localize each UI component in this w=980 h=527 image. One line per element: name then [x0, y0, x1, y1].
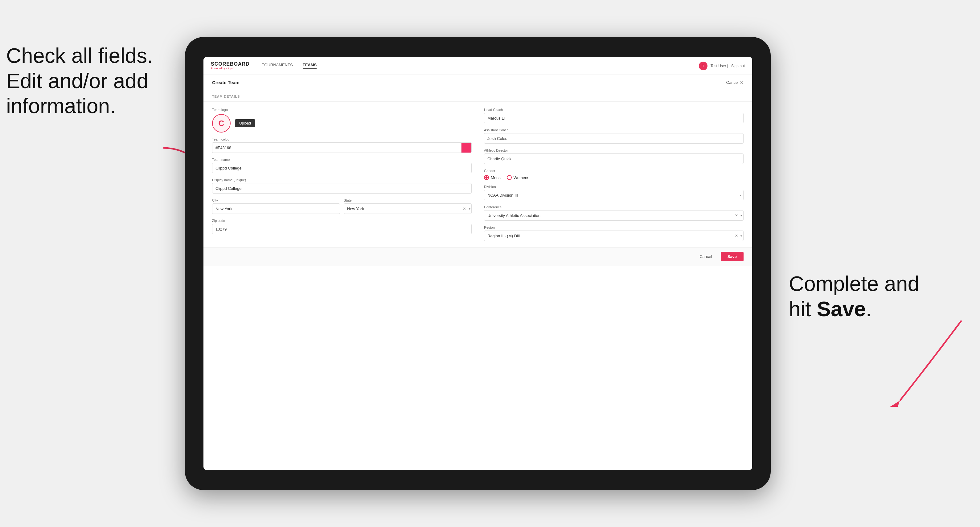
gender-radio-row: Mens Womens	[484, 175, 743, 180]
instruction-left: Check all fields. Edit and/or add inform…	[6, 43, 191, 119]
instruction-line1: Check all fields.	[6, 44, 153, 67]
colour-input[interactable]	[212, 142, 461, 153]
division-select[interactable]: NCAA Division III	[484, 190, 743, 200]
city-input[interactable]	[212, 203, 340, 214]
colour-swatch[interactable]	[461, 142, 472, 153]
colour-row	[212, 142, 472, 153]
division-wrap: NCAA Division III ▾	[484, 190, 743, 200]
cancel-button-top[interactable]: Cancel ✕	[726, 80, 743, 85]
brand-logo: SCOREBOARD Powered by clippd	[211, 62, 250, 70]
assistant-coach-label: Assistant Coach	[484, 128, 743, 132]
form-body: Team logo C Upload Team colour	[204, 102, 752, 247]
conference-wrap: University Athletic Association ✕ ▾	[484, 210, 743, 221]
form-container: Create Team Cancel ✕ TEAM DETAILS Team l…	[204, 75, 752, 470]
section-label: TEAM DETAILS	[204, 90, 752, 102]
state-label: State	[344, 198, 472, 202]
head-coach-field: Head Coach	[484, 108, 743, 123]
save-button[interactable]: Save	[721, 252, 743, 261]
region-clear-icon[interactable]: ✕	[735, 233, 738, 238]
gender-mens-label: Mens	[491, 175, 501, 180]
region-field: Region Region II - (M) DIII ✕ ▾	[484, 225, 743, 241]
head-coach-label: Head Coach	[484, 108, 743, 111]
gender-womens-option[interactable]: Womens	[507, 175, 529, 180]
athletic-director-label: Athletic Director	[484, 149, 743, 152]
form-footer: Cancel Save	[204, 247, 752, 266]
team-colour-field: Team colour	[212, 137, 472, 153]
display-name-label: Display name (unique)	[212, 178, 472, 182]
instruction-right-line2: hit	[789, 297, 817, 321]
gender-mens-radio[interactable]	[484, 175, 489, 180]
team-name-input[interactable]	[212, 163, 472, 173]
assistant-coach-field: Assistant Coach	[484, 128, 743, 144]
nav-user-name: Test User |	[711, 64, 728, 68]
conference-clear-icon[interactable]: ✕	[735, 213, 738, 217]
display-name-input[interactable]	[212, 183, 472, 194]
region-select[interactable]: Region II - (M) DIII	[484, 230, 743, 241]
nav-right: T Test User | Sign out	[699, 62, 745, 70]
assistant-coach-input[interactable]	[484, 133, 743, 144]
instruction-right-bold: Save	[817, 297, 866, 321]
team-colour-label: Team colour	[212, 137, 472, 141]
team-logo-label: Team logo	[212, 108, 472, 111]
gender-womens-radio[interactable]	[507, 175, 512, 180]
city-label: City	[212, 198, 340, 202]
team-logo-section: Team logo C Upload	[212, 108, 472, 133]
conference-label: Conference	[484, 205, 743, 209]
team-name-field: Team name	[212, 158, 472, 173]
sign-out-link[interactable]: Sign out	[731, 64, 745, 68]
zip-code-field: Zip code	[212, 219, 472, 234]
instruction-line2: Edit and/or add	[6, 69, 148, 92]
state-field: State New York ✕ ▾	[344, 198, 472, 214]
gender-field: Gender Mens Womens	[484, 169, 743, 180]
cancel-x-icon: ✕	[740, 80, 743, 85]
division-field: Division NCAA Division III ▾	[484, 185, 743, 200]
tablet-device: SCOREBOARD Powered by clippd TOURNAMENTS…	[185, 37, 771, 490]
zip-code-input[interactable]	[212, 224, 472, 234]
gender-mens-option[interactable]: Mens	[484, 175, 501, 180]
form-header: Create Team Cancel ✕	[204, 75, 752, 90]
instruction-right: Complete and hit Save.	[789, 271, 961, 321]
nav-teams[interactable]: TEAMS	[303, 63, 317, 69]
gender-womens-label: Womens	[514, 175, 529, 180]
display-name-field: Display name (unique)	[212, 178, 472, 194]
athletic-director-field: Athletic Director	[484, 149, 743, 164]
state-clear-icon[interactable]: ✕	[463, 206, 466, 211]
athletic-director-input[interactable]	[484, 154, 743, 164]
instruction-right-line1: Complete and	[789, 272, 919, 295]
state-select-wrap: New York ✕ ▾	[344, 203, 472, 214]
user-avatar: T	[699, 62, 708, 70]
region-label: Region	[484, 225, 743, 229]
zip-code-label: Zip code	[212, 219, 472, 222]
city-field: City	[212, 198, 340, 214]
arrow-right-annotation	[875, 308, 974, 407]
instruction-line3: information.	[6, 94, 116, 117]
region-wrap: Region II - (M) DIII ✕ ▾	[484, 230, 743, 241]
brand-sub: Powered by clippd	[211, 67, 250, 70]
city-state-row: City State New York ✕ ▾	[212, 198, 472, 214]
team-name-label: Team name	[212, 158, 472, 162]
form-title: Create Team	[212, 80, 240, 85]
gender-label: Gender	[484, 169, 743, 173]
conference-select[interactable]: University Athletic Association	[484, 210, 743, 221]
cancel-button-footer[interactable]: Cancel	[695, 252, 717, 261]
head-coach-input[interactable]	[484, 113, 743, 123]
brand-name: SCOREBOARD	[211, 62, 250, 67]
upload-button[interactable]: Upload	[235, 119, 255, 127]
navbar: SCOREBOARD Powered by clippd TOURNAMENTS…	[204, 57, 752, 75]
logo-row: C Upload	[212, 114, 472, 133]
form-left-column: Team logo C Upload Team colour	[212, 108, 472, 241]
tablet-screen: SCOREBOARD Powered by clippd TOURNAMENTS…	[204, 57, 752, 470]
nav-links: TOURNAMENTS TEAMS	[262, 63, 317, 69]
conference-field: Conference University Athletic Associati…	[484, 205, 743, 221]
cancel-label: Cancel	[726, 80, 739, 85]
division-label: Division	[484, 185, 743, 189]
form-right-column: Head Coach Assistant Coach Athletic Dire…	[484, 108, 743, 241]
state-select[interactable]: New York	[344, 203, 472, 214]
logo-preview: C	[212, 114, 231, 133]
nav-tournaments[interactable]: TOURNAMENTS	[262, 63, 293, 69]
